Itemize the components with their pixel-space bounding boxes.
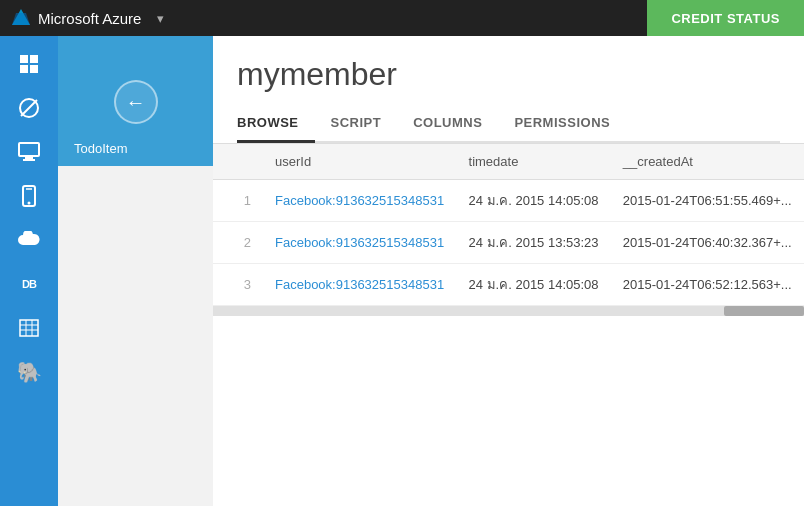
elephant-icon[interactable]: 🐘 xyxy=(9,352,49,392)
svg-point-12 xyxy=(28,202,31,205)
table-header-row: userId timedate __createdAt xyxy=(213,144,804,180)
row-num-cell: 1 xyxy=(213,180,263,222)
credit-status-button[interactable]: CREDIT STATUS xyxy=(647,0,804,36)
col-userid: userId xyxy=(263,144,457,180)
tabs-bar: BROWSE SCRIPT COLUMNS PERMISSIONS xyxy=(237,107,780,143)
sidebar-item-todoitem[interactable]: TodoItem xyxy=(58,131,213,166)
horizontal-scrollbar-thumb[interactable] xyxy=(724,306,804,316)
cloud-icon[interactable] xyxy=(9,220,49,260)
grid-icon[interactable] xyxy=(9,44,49,84)
database-icon[interactable]: DB xyxy=(9,264,49,304)
svg-rect-14 xyxy=(20,320,38,336)
monitor-icon[interactable] xyxy=(9,132,49,172)
tab-columns[interactable]: COLUMNS xyxy=(413,107,498,143)
data-table: userId timedate __createdAt 1 Facebook:9… xyxy=(213,143,804,306)
userid-cell[interactable]: Facebook:913632515348531 xyxy=(263,180,457,222)
col-num xyxy=(213,144,263,180)
tab-permissions[interactable]: PERMISSIONS xyxy=(514,107,626,143)
table-row: 1 Facebook:913632515348531 24 ม.ค. 2015 … xyxy=(213,180,804,222)
createdat-cell: 2015-01-24T06:51:55.469+... xyxy=(611,180,804,222)
row-num-cell: 2 xyxy=(213,222,263,264)
brand-name: Microsoft Azure xyxy=(38,10,141,27)
userid-cell[interactable]: Facebook:913632515348531 xyxy=(263,264,457,306)
svg-line-7 xyxy=(21,100,37,116)
svg-marker-1 xyxy=(12,13,30,25)
svg-rect-4 xyxy=(20,65,28,73)
timedate-cell: 24 ม.ค. 2015 14:05:08 xyxy=(457,264,611,306)
svg-rect-9 xyxy=(25,157,33,159)
page-title: mymember xyxy=(237,56,780,93)
svg-rect-5 xyxy=(30,65,38,73)
brand-logo: Microsoft Azure xyxy=(12,9,141,27)
content-header: mymember xyxy=(213,36,804,107)
main-layout: DB 🐘 ← MyMember TodoItem mymember xyxy=(0,36,804,506)
col-timedate: timedate xyxy=(457,144,611,180)
content-area: mymember BROWSE SCRIPT COLUMNS PERMISSIO… xyxy=(213,36,804,506)
userid-cell[interactable]: Facebook:913632515348531 xyxy=(263,222,457,264)
data-table-container: userId timedate __createdAt 1 Facebook:9… xyxy=(213,143,804,506)
table-row: 3 Facebook:913632515348531 24 ม.ค. 2015 … xyxy=(213,264,804,306)
back-button[interactable]: ← xyxy=(114,80,158,124)
createdat-cell: 2015-01-24T06:40:32.367+... xyxy=(611,222,804,264)
table-grid-icon[interactable] xyxy=(9,308,49,348)
svg-rect-10 xyxy=(23,159,35,161)
topbar-chevron-icon[interactable]: ▾ xyxy=(151,11,170,26)
svg-rect-8 xyxy=(19,143,39,156)
col-createdat: __createdAt xyxy=(611,144,804,180)
tab-script[interactable]: SCRIPT xyxy=(331,107,398,143)
row-num-cell: 3 xyxy=(213,264,263,306)
createdat-cell: 2015-01-24T06:52:12.563+... xyxy=(611,264,804,306)
timedate-cell: 24 ม.ค. 2015 14:05:08 xyxy=(457,180,611,222)
svg-rect-3 xyxy=(30,55,38,63)
topbar: Microsoft Azure ▾ CREDIT STATUS xyxy=(0,0,804,36)
horizontal-scrollbar-track[interactable] xyxy=(213,306,804,316)
svg-rect-2 xyxy=(20,55,28,63)
mobile-icon[interactable] xyxy=(9,176,49,216)
icon-sidebar: DB 🐘 xyxy=(0,36,58,506)
no-entry-icon[interactable] xyxy=(9,88,49,128)
tab-browse[interactable]: BROWSE xyxy=(237,107,315,143)
table-row: 2 Facebook:913632515348531 24 ม.ค. 2015 … xyxy=(213,222,804,264)
back-button-area: ← xyxy=(58,72,213,132)
timedate-cell: 24 ม.ค. 2015 13:53:23 xyxy=(457,222,611,264)
